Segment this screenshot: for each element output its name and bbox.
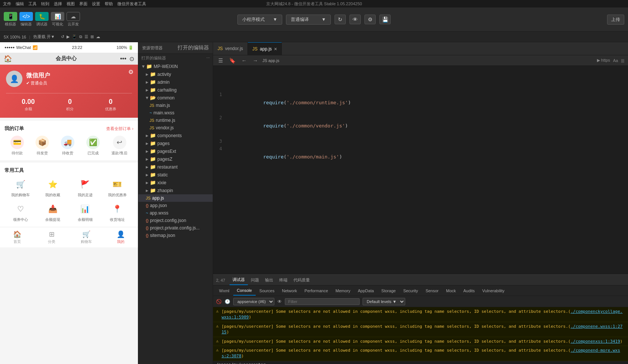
more-button[interactable]: ••• [120,55,126,62]
dt-tab-security[interactable]: Security [400,286,422,296]
menu-item-tools[interactable]: 工具 [28,1,37,7]
tree-item-runtime-js[interactable]: JS runtime.js [138,117,213,124]
cloud-button[interactable]: ☁ 云开发 [67,12,80,27]
hot-reload[interactable]: 热重载 开▼ [33,34,55,40]
tree-item-common[interactable]: ▶ 📂 common [138,94,213,102]
editor-button[interactable]: </> 编辑器 [19,12,33,27]
tree-item-main-wxss[interactable]: ~ main.wxss [138,109,213,117]
toolbar-icon-cloud2[interactable]: ☁ [96,34,100,39]
tree-item-project-private[interactable]: {} project.private.config.js... [138,224,213,232]
home-button[interactable]: 🏠 [4,55,12,63]
tab-vendor-js[interactable]: JS vendor.js [213,42,248,55]
tool-balance-detail[interactable]: 📊 余额明细 [69,202,101,222]
console-filter-input[interactable] [285,298,360,305]
dt-tab-mock[interactable]: Mock [442,286,459,296]
toolbar-back-icon[interactable]: ← [240,57,248,64]
preview-button[interactable]: 👁 [350,15,361,24]
tool-my-coupons[interactable]: 🎫 我的优惠券 [101,178,133,198]
dt-tab-console[interactable]: Console [233,286,256,296]
tree-item-components[interactable]: ▶ 📁 components [138,132,213,139]
menu-item-view[interactable]: 视图 [67,1,75,7]
nav-category[interactable]: ⊞ 分类 [34,227,69,247]
order-pending-receive[interactable]: 🚚 待收货 [61,136,74,156]
tree-root[interactable]: ▶ 📁 MP-WEIXIN [138,62,213,70]
tool-cart[interactable]: 🛒 我的购物车 [4,178,37,198]
dt-tab-sensor[interactable]: Sensor [422,286,442,296]
toolbar-icon-copy[interactable]: ⧉ [79,34,82,39]
mode-dropdown[interactable]: 小程序模式 ▼ [237,15,282,25]
toolbar-bookmark-icon[interactable]: 🔖 [228,57,237,64]
code-editor[interactable]: 1 require('./common/runtime.js') 2 requi… [213,66,628,274]
tool-favorites[interactable]: ⭐ 我的收藏 [37,178,69,198]
toolbar-icon-reset[interactable]: ↺ [61,34,64,39]
toolbar-icon-play[interactable]: ▶ [67,34,70,39]
tree-item-main-js[interactable]: JS main.js [138,102,213,109]
order-completed[interactable]: ✅ 已完成 [86,136,100,156]
tool-address[interactable]: 📍 收货地址 [101,202,133,222]
menu-item-goto[interactable]: 转到 [41,1,49,7]
order-pending-ship[interactable]: 📦 待发货 [36,136,49,156]
tab-close-button[interactable]: × [274,46,277,52]
dt-tab-wxml[interactable]: Wxml [215,286,233,296]
tree-item-vendor-js[interactable]: JS vendor.js [138,124,213,132]
tree-item-pagesZ[interactable]: ▶ 📁 pagesZ [138,155,213,163]
save-button[interactable]: 💾 [379,15,391,24]
tree-item-activity[interactable]: ▶ 📁 activity [138,70,213,78]
menu-item-interface[interactable]: 界面 [79,1,87,7]
nav-tab-problems[interactable]: 问题 [248,275,262,285]
toolbar-icon-apps[interactable]: ⊞ [90,34,94,39]
tool-coupon-center[interactable]: ♡ 领券中心 [4,202,37,222]
nav-tab-debugger[interactable]: 调试器 [230,275,248,285]
visualize-button[interactable]: 📊 可视化 [51,12,64,27]
nav-tab-output[interactable]: 输出 [262,275,276,285]
tool-footprint[interactable]: 🚩 我的足迹 [69,178,101,198]
dt-tab-sources[interactable]: Sources [256,286,278,296]
dt-clear-icon[interactable]: 🚫 [216,299,222,304]
stat-points[interactable]: 0 积分 [66,98,74,112]
upload-button[interactable]: 上传 [607,15,624,25]
stat-balance[interactable]: 0.00 余额 [22,98,35,112]
tab-app-js[interactable]: JS app.js × [248,42,282,55]
appservice-select[interactable]: appservice (#6) [233,298,274,305]
tree-item-pages[interactable]: ▶ 📁 pages [138,139,213,147]
tree-item-app-js[interactable]: JS app.js [138,194,213,202]
dt-tab-performance[interactable]: Performance [301,286,332,296]
menu-item-settings[interactable]: 设置 [92,1,100,7]
tree-item-app-json[interactable]: {} app.json [138,202,213,209]
toolbar-menu-icon[interactable]: ☰ [217,57,225,64]
toolbar-icon-phone[interactable]: 📱 [72,34,77,39]
tree-item-xixie[interactable]: ▶ 📁 xixie [138,179,213,186]
level-select[interactable]: Default levels ▼ [363,298,405,305]
nav-tab-terminal[interactable]: 终端 [276,275,290,285]
stat-coupons[interactable]: 0 优惠券 [105,98,116,112]
tree-item-sitemap[interactable]: {} sitemap.json [138,232,213,239]
warning-link-3[interactable]: ./componenxss:1:3419 [570,339,620,344]
dt-tab-audits[interactable]: Audits [460,286,479,296]
view-all-orders[interactable]: 查看全部订单 › [106,126,133,132]
nav-home[interactable]: 🏠 首页 [0,227,34,247]
tool-withdraw[interactable]: 📥 余额提现 [37,202,69,222]
more-options[interactable]: ··· [206,55,210,61]
debugger-button[interactable]: 🐛 调试器 [35,12,49,27]
dt-tab-appdata[interactable]: AppData [354,286,378,296]
menu-item-help[interactable]: 帮助 [105,1,113,7]
dt-tab-storage[interactable]: Storage [378,286,400,296]
dt-tab-network[interactable]: Network [278,286,301,296]
tree-item-pagesExt[interactable]: ▶ 📁 pagesExt [138,147,213,155]
dt-clock-icon[interactable]: 🕐 [225,299,230,304]
file-tree-open-editor[interactable]: 打开的编辑器 [178,44,209,51]
tree-item-app-wxss[interactable]: ~ app.wxss [138,209,213,217]
tree-item-static[interactable]: ▶ 📁 static [138,171,213,179]
tree-item-carhailing[interactable]: ▶ 📁 carhailing [138,86,213,94]
dt-tab-vulnerability[interactable]: Vulnerability [478,286,508,296]
compile-dropdown[interactable]: 普通编译 ▼ [286,15,331,25]
warning-link-2[interactable]: ./componene.wxss:1:2715 [222,324,623,334]
editor-split-btn[interactable]: Aa [613,58,618,63]
page-debug-button[interactable]: ⚙ [364,15,376,24]
toolbar-icon-list[interactable]: ☰ [84,34,88,39]
menu-item-wechat[interactable]: 微信开发者工具 [117,1,146,7]
order-pending-pay[interactable]: 💳 待付款 [10,136,24,156]
toolbar-forward-icon[interactable]: → [251,57,259,64]
tree-item-admin[interactable]: ▶ 📁 admin [138,78,213,86]
settings-icon[interactable]: ⚙ [128,68,133,75]
